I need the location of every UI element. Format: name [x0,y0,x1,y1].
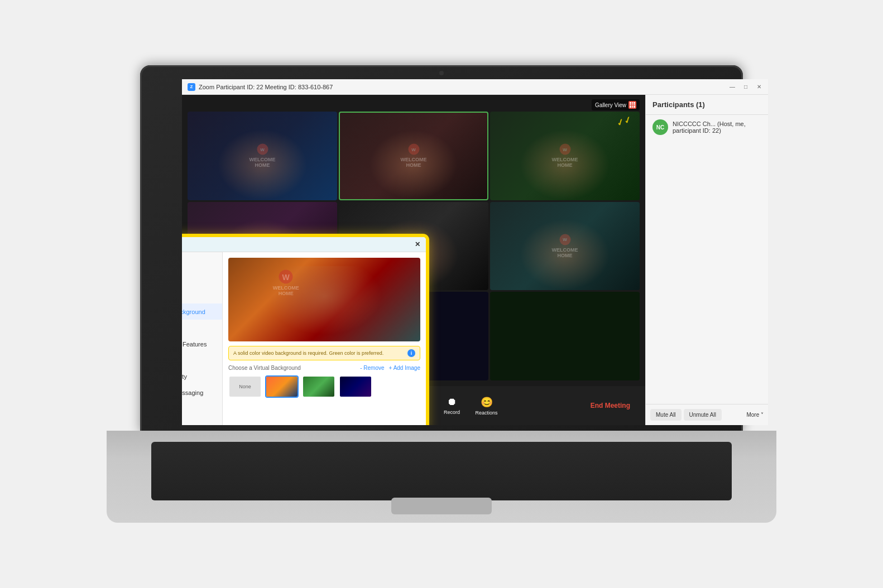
touchpad [391,498,492,514]
panel-header: Participants (1) [646,95,768,115]
settings-item-virtual-background[interactable]: 🖼 Virtual Background [182,303,222,320]
participant-avatar: NC [652,119,668,135]
laptop-screen: Z Zoom Participant ID: 22 Meeting ID: 83… [182,79,768,425]
zoom-logo: Z [188,83,195,91]
title-left: Z Zoom Participant ID: 22 Meeting ID: 83… [188,83,333,91]
record-button[interactable]: ⏺ Record [435,393,469,418]
mute-all-button[interactable]: Mute All [650,409,682,421]
settings-item-video[interactable]: 📹 Video [182,287,222,303]
participant-item: NC NICCCCC Ch... (Host, me, participant … [646,115,768,139]
settings-item-feedback[interactable]: ✏ Feedback [182,401,222,417]
notice-info-icon[interactable]: i [407,349,415,357]
video-cell-1: WWELCOMEHOME [188,112,337,200]
keyboard [151,442,732,500]
settings-item-audio[interactable]: 🎧 Audio [182,271,222,287]
video-cell-6: WWELCOMEHOME [490,202,640,291]
minimize-button[interactable]: — [729,84,736,90]
record-label: Record [444,409,460,415]
record-icon: ⏺ [447,396,457,408]
vbg-thumbnails: None [228,375,420,398]
gallery-grid-icon [628,101,636,109]
notice-text: A solid color video background is requir… [233,350,383,356]
reactions-button[interactable]: 😊 Reactions [469,393,505,418]
panel-controls: Mute All Unmute All More ˅ [646,404,768,425]
settings-close-button[interactable]: ✕ [415,240,420,248]
end-meeting-button[interactable]: End Meeting [584,397,637,414]
settings-item-general[interactable]: ☰ General [182,255,222,271]
settings-item-accessibility[interactable]: ♿ Accessibility [182,368,222,384]
laptop: Z Zoom Participant ID: 22 Meeting ID: 83… [107,65,776,523]
video-cell-2: WWELCOMEHOME [339,112,488,200]
settings-item-statistics[interactable]: 📊 Statistics [182,352,222,368]
screen-bezel: Z Zoom Participant ID: 22 Meeting ID: 83… [140,65,743,433]
settings-accessibility-label: Accessibility [182,373,187,380]
zoom-title: Zoom Participant ID: 22 Meeting ID: 833-… [199,84,333,90]
camera [439,71,444,75]
vbg-actions: - Remove + Add Image [360,365,420,371]
virtual-bg-notice: A solid color video background is requir… [228,346,420,360]
virtual-bg-preview: W WELCOMEHOME [228,258,420,341]
vbg-thumb-none[interactable]: None [228,375,262,398]
settings-sidebar: ☰ General 🎧 Audio 📹 Video 🖼 [182,252,223,425]
settings-titlebar: Settings ✕ [182,237,426,252]
settings-advanced-label: Advanced Features [182,341,207,348]
more-button[interactable]: More ˅ [746,412,764,418]
zoom-titlebar: Z Zoom Participant ID: 22 Meeting ID: 83… [182,79,768,95]
panel-title: Participants (1) [652,100,705,109]
settings-item-advanced-features[interactable]: 👤 Advanced Features [182,336,222,352]
settings-virtual-bg-label: Virtual Background [182,309,205,315]
participant-initials: NC [656,124,664,131]
right-panel: Participants (1) NC NICCCCC Ch... (Host,… [645,95,768,425]
vbg-thumb-bridge[interactable] [265,375,299,398]
vbg-controls: Choose a Virtual Background - Remove + A… [228,365,420,371]
vbg-thumb-space[interactable] [339,375,372,398]
settings-content: W WELCOMEHOME A solid color video backgr… [223,252,426,425]
remove-button[interactable]: - Remove [360,365,384,371]
unmute-all-button[interactable]: Unmute All [684,409,722,421]
settings-instant-messaging-label: Instant Messaging [182,389,203,396]
participant-name: NICCCCC Ch... (Host, me, participant ID:… [673,121,761,134]
laptop-base [107,431,776,523]
settings-panel: Settings ✕ ☰ General 🎧 Audio [182,235,428,425]
close-button[interactable]: ✕ [756,84,762,90]
window-controls: — □ ✕ [729,84,762,90]
reactions-icon: 😊 [481,396,493,408]
settings-body: ☰ General 🎧 Audio 📹 Video 🖼 [182,252,426,425]
video-cell-3: WWELCOMEHOME ✓✓ [490,112,640,200]
settings-item-recording[interactable]: ⏺ Recording [182,320,222,336]
gallery-view-label: Gallery View [595,102,626,108]
settings-item-instant-messaging[interactable]: 🔔 Instant Messaging [182,384,222,401]
add-image-button[interactable]: + Add Image [389,365,420,371]
choose-label: Choose a Virtual Background [228,365,301,371]
vbg-thumb-grass[interactable] [302,375,335,398]
maximize-button[interactable]: □ [742,84,749,90]
video-cell-9 [490,292,640,380]
reactions-label: Reactions [476,410,498,416]
gallery-view-button[interactable]: Gallery View [592,99,640,110]
